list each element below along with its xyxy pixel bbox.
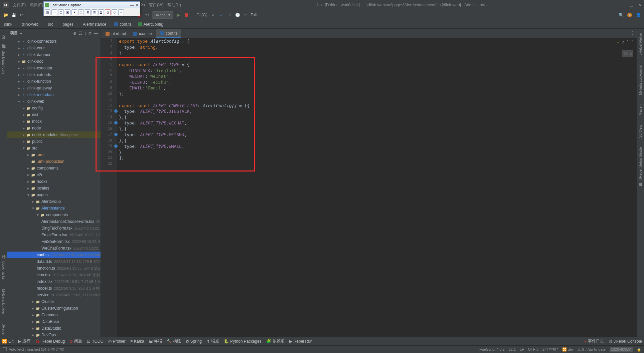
code-line[interactable]: },{ <box>117 115 637 121</box>
bottom-tab[interactable]: 🔨 构建 <box>167 338 181 344</box>
breadcrumb-item[interactable]: dlink <box>3 22 14 27</box>
capture-tool[interactable]: ✦ <box>71 9 77 15</box>
code-line[interactable]: export const ALERT_CONFIG_LIST: AlertCon… <box>117 103 637 109</box>
tool-structure[interactable]: 结构 <box>1 251 7 253</box>
line-number[interactable]: 22 <box>101 161 117 167</box>
code-line[interactable]: type: string, <box>117 45 637 51</box>
capture-tool[interactable]: ⬚ <box>78 9 84 15</box>
code-line[interactable]: type: ALERT_TYPE.EMAIL, <box>117 144 637 150</box>
tree-arrow-icon[interactable]: ▸ <box>31 299 35 304</box>
breadcrumb-file[interactable]: conf.ts <box>114 22 131 27</box>
hide-icon[interactable]: — <box>94 31 98 36</box>
faststone-titlebar[interactable]: FastStone Capture — ✕ <box>44 2 140 8</box>
line-number[interactable]: 12 <box>101 103 117 109</box>
tree-arrow-icon[interactable]: ▸ <box>31 319 35 324</box>
capture-tool[interactable]: ⊞ <box>85 9 91 15</box>
tree-row[interactable]: ▸config <box>7 105 101 111</box>
tree-arrow-icon[interactable]: ▸ <box>26 186 31 191</box>
bottom-tab[interactable]: 🧩 依赖项 <box>266 338 285 344</box>
capture-tool[interactable]: ▭ <box>51 9 57 15</box>
tree-row[interactable]: ▸dist <box>7 111 101 118</box>
code-line[interactable]: } <box>117 50 637 56</box>
expand-icon[interactable]: ↕ <box>84 31 86 36</box>
open-icon[interactable]: 📂 <box>3 12 9 18</box>
tool-bookmarks[interactable]: Bookmarks <box>1 260 6 281</box>
tree-arrow-icon[interactable]: ▸ <box>17 72 21 77</box>
tree-row[interactable]: ▸Common <box>7 312 101 318</box>
menu-file[interactable]: 文件(F) <box>11 2 27 9</box>
status-linesep[interactable]: LF <box>520 347 524 351</box>
code-line[interactable]: }; <box>117 91 637 97</box>
run-icon2[interactable]: ▶ <box>175 12 181 18</box>
tree-row[interactable]: function.ts2022/4/1 19:55, 664 B 2022/4/ <box>7 265 101 272</box>
editor-tab[interactable]: alert.md <box>102 29 129 38</box>
bottom-tab[interactable]: ≡ Kafka <box>130 339 144 344</box>
tree-row[interactable]: ▸dlink-doc <box>7 58 101 65</box>
tool-jrebel-helper[interactable]: JRebel Helper <box>638 31 643 57</box>
tool-sciview[interactable]: SciView <box>638 123 643 139</box>
tree-row[interactable]: ▸dlink-core <box>7 45 101 51</box>
tree-arrow-icon[interactable]: ▸ <box>31 326 35 331</box>
tree-row[interactable]: ▾components <box>7 212 101 218</box>
save-icon[interactable]: 💾 <box>11 12 17 18</box>
tree-arrow-icon[interactable]: ▸ <box>21 106 26 110</box>
line-number[interactable]: 3 <box>101 50 117 56</box>
tree-row[interactable]: icon.tsx2022/4/2 21:37, 36.6 kB 来剩 之前 <box>7 272 101 278</box>
close-icon[interactable]: ✕ <box>136 3 139 7</box>
status-branch[interactable]: 🔀 dev <box>562 347 574 352</box>
tree-row[interactable]: conf.ts2022/4/2 21:35, 334 B 2022/4/5 14 <box>7 252 101 258</box>
tree-arrow-icon[interactable]: ▸ <box>26 152 31 157</box>
tree-arrow-icon[interactable]: ▸ <box>21 132 26 137</box>
code-line[interactable]: export type AlertConfig = { <box>117 39 637 45</box>
tool-mybatis[interactable]: MyBatis Builder <box>1 288 6 316</box>
commit-icon[interactable]: ✓ <box>210 12 216 18</box>
tree-row[interactable]: ▸Cluster <box>7 298 101 305</box>
minimize-icon[interactable]: — <box>621 3 625 7</box>
tree-arrow-icon[interactable]: ▸ <box>31 199 35 204</box>
code-editor[interactable]: 12345678910111213141516171819202122 expo… <box>101 38 637 337</box>
line-number[interactable]: 16 <box>101 126 117 132</box>
tool-database[interactable]: 数据库 <box>637 188 644 191</box>
collapse-icon[interactable]: ☴ <box>78 31 82 36</box>
tool-bigdata[interactable]: Big Data Tools <box>1 49 6 76</box>
tree-arrow-icon[interactable]: ▸ <box>17 52 21 57</box>
bottom-tab[interactable]: 🐞 Rebel Debug <box>35 339 65 344</box>
project-tree[interactable]: ▸dlink-connectors▸dlink-core▸dlink-daemo… <box>7 38 101 337</box>
tree-row[interactable]: ▾pages <box>7 192 101 198</box>
code-line[interactable]: type: ALERT_TYPE.WECHAT, <box>117 120 637 126</box>
line-number[interactable]: 13 <box>101 109 117 115</box>
tree-arrow-icon[interactable]: ▸ <box>17 79 21 84</box>
tree-row[interactable]: ▸e2e <box>7 171 101 178</box>
tree-arrow-icon[interactable]: ▾ <box>31 206 35 211</box>
code-line[interactable] <box>117 161 637 167</box>
tree-row[interactable]: ▸.umi <box>7 151 101 158</box>
tree-row[interactable]: ▸DataStudio <box>7 325 101 332</box>
close-icon[interactable]: ✕ <box>638 3 641 7</box>
avatar-icon[interactable]: 👤 <box>635 12 641 18</box>
capture-tool[interactable]: ◳ <box>45 9 50 15</box>
status-memory[interactable]: 1820/4096M <box>610 347 633 352</box>
tool-jrebel[interactable]: JRebel <box>1 323 6 337</box>
code-line[interactable]: },{ <box>117 138 637 144</box>
line-number[interactable]: 7 <box>101 74 117 80</box>
editor-code[interactable]: export type AlertConfig = { type: string… <box>117 38 637 337</box>
jrebel-dropdown[interactable]: JRebel▾ <box>152 11 173 19</box>
tree-arrow-icon[interactable]: ▸ <box>17 86 21 90</box>
down-icon[interactable]: ˅ <box>631 40 633 44</box>
tree-row[interactable]: ▸mock <box>7 118 101 125</box>
code-line[interactable]: type: ALERT_TYPE.DINGTALK, <box>117 109 637 115</box>
chevron-down-icon[interactable]: ▾ <box>20 31 22 36</box>
push-icon[interactable]: ↗ <box>226 12 232 18</box>
breadcrumb-item[interactable]: src <box>46 22 54 27</box>
tree-arrow-icon[interactable]: ▸ <box>17 59 21 64</box>
tree-row[interactable]: ▸dlink-function <box>7 78 101 85</box>
tree-arrow-icon[interactable]: ▸ <box>31 333 35 337</box>
tree-row[interactable]: service.ts2022/4/5 17:03, 717 B 2022/4/ <box>7 292 101 298</box>
bottom-tab[interactable]: ⊘ 问题 <box>69 338 82 344</box>
tree-row[interactable]: ▾src <box>7 145 101 151</box>
tree-row[interactable]: ▸dlink-daemon <box>7 51 101 58</box>
bottom-tab[interactable]: 🔀 Git <box>2 339 13 344</box>
bottom-tab[interactable]: ▶ 运行 <box>18 338 30 344</box>
tree-arrow-icon[interactable]: ▸ <box>26 172 31 177</box>
tree-arrow-icon[interactable]: ▸ <box>31 306 35 311</box>
